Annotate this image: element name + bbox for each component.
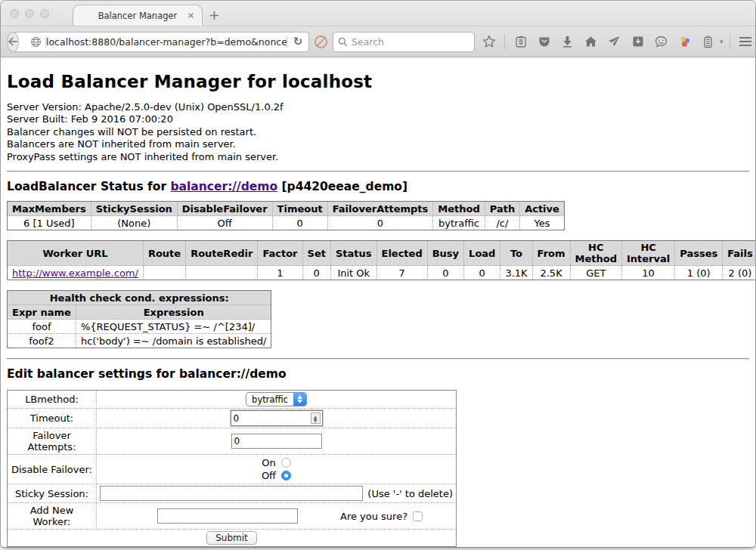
cell-fails: 2 (0) xyxy=(723,266,755,280)
inherit-note-line: Balancers are NOT inherited from main se… xyxy=(7,138,749,150)
browser-window: Balancer Manager ↻ xyxy=(1,1,755,547)
menu-hamburger-icon[interactable] xyxy=(736,32,755,51)
minimize-window-button[interactable] xyxy=(25,9,34,18)
cell-load: 0 xyxy=(464,266,500,280)
search-input[interactable] xyxy=(352,36,469,48)
page-title: Load Balancer Manager for localhost xyxy=(7,72,749,91)
back-button[interactable] xyxy=(7,32,19,52)
col-factor: Factor xyxy=(258,241,302,266)
cell-passes: 1 (0) xyxy=(675,266,723,280)
extension-dots-icon[interactable] xyxy=(675,32,694,51)
sticky-session-label: Sticky Session: xyxy=(8,484,97,503)
status-heading-prefix: LoadBalancer Status for xyxy=(7,180,166,193)
sticky-session-note: (Use '-' to delete) xyxy=(367,488,453,499)
table-header-row: Expr name Expression xyxy=(8,305,271,320)
device-battery-icon[interactable] xyxy=(699,32,717,51)
close-tab-icon[interactable] xyxy=(186,11,196,20)
timeout-row: Timeout: ▲▼ xyxy=(8,409,457,428)
worker-url-link[interactable]: http://www.example.com/ xyxy=(12,267,138,279)
server-version-line: Server Version: Apache/2.5.0-dev (Unix) … xyxy=(7,101,749,113)
home-icon[interactable] xyxy=(581,32,600,51)
balancer-settings-table: MaxMembers StickySession DisableFailover… xyxy=(7,201,565,230)
divider xyxy=(7,171,749,172)
search-icon xyxy=(338,37,348,47)
col-busy: Busy xyxy=(427,241,463,266)
cell-elected: 7 xyxy=(376,266,427,280)
disable-failover-label: Disable Failover: xyxy=(8,455,97,484)
globe-icon[interactable] xyxy=(26,36,45,48)
col-expression: Expression xyxy=(76,305,271,320)
close-window-button[interactable] xyxy=(10,9,19,18)
col-disablefailover: DisableFailover xyxy=(177,202,272,216)
sticky-session-row: Sticky Session: (Use '-' to delete) xyxy=(8,484,457,503)
lbmethod-label: LBmethod: xyxy=(8,391,97,409)
timeout-input-wrap: ▲▼ xyxy=(231,410,323,426)
pocket-icon[interactable] xyxy=(534,32,553,51)
edit-settings-heading: Edit balancer settings for balancer://de… xyxy=(7,367,749,381)
sticky-session-input[interactable] xyxy=(100,486,363,501)
lbmethod-select[interactable]: bytraffic xyxy=(246,392,307,406)
feedback-smiley-icon[interactable] xyxy=(652,32,671,51)
col-hc-method: HC Method xyxy=(570,241,621,266)
dropdown-caret-icon[interactable]: ▾ xyxy=(720,38,723,45)
add-worker-row: Add New Worker: Are you sure? xyxy=(8,503,457,530)
submit-row: Submit xyxy=(8,530,457,547)
persist-note-line: Balancer changes will NOT be persisted o… xyxy=(7,126,749,138)
url-bar[interactable]: ↻ xyxy=(13,32,309,52)
new-tab-button[interactable] xyxy=(203,5,225,25)
number-spinner-icon[interactable]: ▲▼ xyxy=(311,412,321,424)
send-tab-icon[interactable] xyxy=(605,32,624,51)
disable-failover-off-radio[interactable] xyxy=(281,471,291,480)
panel-download-icon[interactable] xyxy=(628,32,647,51)
health-row: foof %{REQUEST_STATUS} =~ /^[234]/ xyxy=(8,320,271,334)
cell-status: Init Ok xyxy=(330,266,376,280)
cell-expression: hc('body') =~ /domain is established/ xyxy=(76,334,271,348)
col-worker-url: Worker URL xyxy=(8,241,144,266)
col-active: Active xyxy=(520,202,565,216)
reading-list-icon[interactable] xyxy=(511,32,530,51)
disable-failover-on-radio[interactable] xyxy=(281,458,291,468)
lbmethod-row: LBmethod: bytraffic xyxy=(8,391,457,409)
table-header-row: MaxMembers StickySession DisableFailover… xyxy=(8,202,565,216)
cell-stickysession: (None) xyxy=(91,216,177,230)
failover-attempts-input[interactable] xyxy=(231,434,322,449)
cell-route xyxy=(143,266,185,280)
toolbar-separator xyxy=(504,34,505,49)
divider xyxy=(7,358,749,360)
cell-expr-name: foof xyxy=(8,320,76,334)
col-stickysession: StickySession xyxy=(91,202,177,216)
cell-hc-interval: 10 xyxy=(621,266,674,280)
col-elected: Elected xyxy=(376,241,427,266)
worker-table: Worker URL Route RouteRedir Factor Set S… xyxy=(7,240,755,280)
balancer-settings-form: LBmethod: bytraffic Timeout: xyxy=(7,390,457,547)
blocked-content-icon[interactable] xyxy=(314,32,328,51)
cell-failoverattempts: 0 xyxy=(327,216,433,230)
downloads-icon[interactable] xyxy=(558,32,577,51)
toolbar-separator2 xyxy=(730,34,730,49)
are-you-sure-checkbox[interactable] xyxy=(413,511,423,521)
tab-bar: Balancer Manager xyxy=(1,1,755,26)
tab-balancer-manager[interactable]: Balancer Manager xyxy=(73,5,203,26)
col-passes: Passes xyxy=(675,241,723,266)
search-bar[interactable] xyxy=(333,32,475,52)
reload-icon[interactable]: ↻ xyxy=(287,35,308,48)
zoom-window-button[interactable] xyxy=(40,9,49,18)
cell-to: 3.1K xyxy=(500,266,532,280)
col-routeredir: RouteRedir xyxy=(186,241,258,266)
cell-disablefailover: Off xyxy=(177,216,272,230)
cell-timeout: 0 xyxy=(272,216,327,230)
cell-set: 0 xyxy=(302,266,330,280)
add-worker-input[interactable] xyxy=(157,508,298,524)
balancer-demo-link[interactable]: balancer://demo xyxy=(170,180,277,193)
col-fails: Fails xyxy=(723,241,755,266)
proxypass-note-line: ProxyPass settings are NOT inherited fro… xyxy=(7,151,749,163)
col-maxmembers: MaxMembers xyxy=(8,202,91,216)
address-input[interactable] xyxy=(46,36,287,48)
bookmark-star-icon[interactable] xyxy=(479,32,498,51)
health-check-table: Health check cond. expressions: Expr nam… xyxy=(7,290,271,348)
failover-attempts-label: Failover Attempts: xyxy=(8,428,97,455)
cell-hc-method: GET xyxy=(570,266,621,280)
timeout-input[interactable] xyxy=(231,413,311,424)
submit-button[interactable]: Submit xyxy=(206,531,257,545)
server-built-line: Server Built: Feb 9 2016 07:00:20 xyxy=(7,113,749,125)
